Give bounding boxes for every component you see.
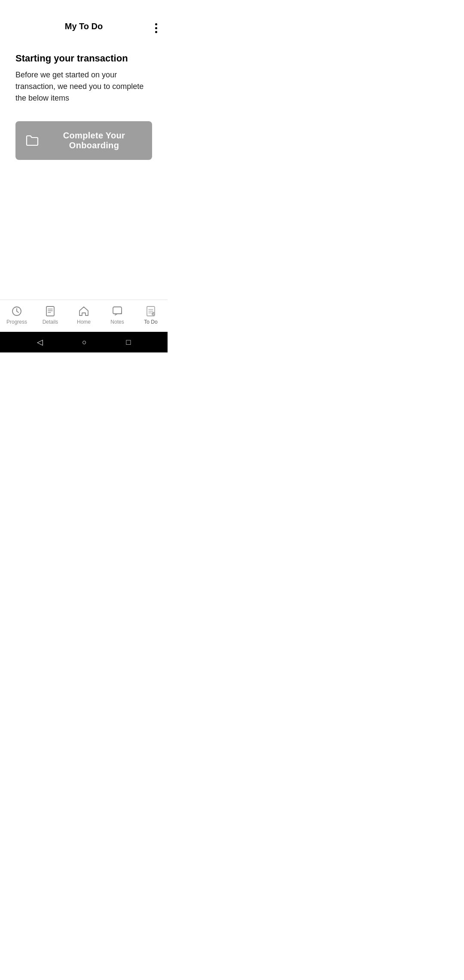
bottom-navigation: Progress Details Home N — [0, 300, 168, 332]
nav-label-progress: Progress — [6, 319, 27, 325]
nav-label-home: Home — [77, 319, 91, 325]
back-button[interactable]: ◁ — [37, 337, 43, 347]
nav-label-notes: Notes — [110, 319, 124, 325]
svg-rect-7 — [113, 307, 122, 314]
home-icon — [78, 305, 90, 317]
recents-button[interactable]: □ — [126, 338, 131, 347]
document-icon — [44, 305, 56, 317]
nav-label-details: Details — [43, 319, 58, 325]
svg-rect-3 — [46, 306, 54, 316]
nav-item-home[interactable]: Home — [67, 305, 101, 325]
svg-line-2 — [17, 311, 18, 312]
nav-item-notes[interactable]: Notes — [101, 305, 134, 325]
complete-onboarding-button[interactable]: Complete Your Onboarding — [15, 121, 152, 160]
more-vertical-icon[interactable] — [153, 21, 159, 35]
nav-item-details[interactable]: Details — [34, 305, 67, 325]
page-title: My To Do — [65, 21, 103, 31]
header: My To Do — [0, 0, 168, 40]
onboarding-button-label: Complete Your Onboarding — [46, 131, 142, 150]
nav-item-todo[interactable]: ✓ To Do — [134, 305, 168, 325]
home-button[interactable]: ○ — [82, 338, 87, 347]
nav-item-progress[interactable]: Progress — [0, 305, 34, 325]
checklist-icon: ✓ — [145, 305, 157, 317]
svg-text:✓: ✓ — [153, 313, 155, 315]
section-description: Before we get started on your transactio… — [15, 69, 152, 104]
nav-label-todo: To Do — [144, 319, 157, 325]
section-title: Starting your transaction — [15, 53, 152, 64]
main-content: Starting your transaction Before we get … — [0, 40, 168, 300]
folder-icon — [26, 135, 39, 146]
clock-icon — [11, 305, 23, 317]
chat-icon — [111, 305, 123, 317]
system-bar: ◁ ○ □ — [0, 332, 168, 352]
